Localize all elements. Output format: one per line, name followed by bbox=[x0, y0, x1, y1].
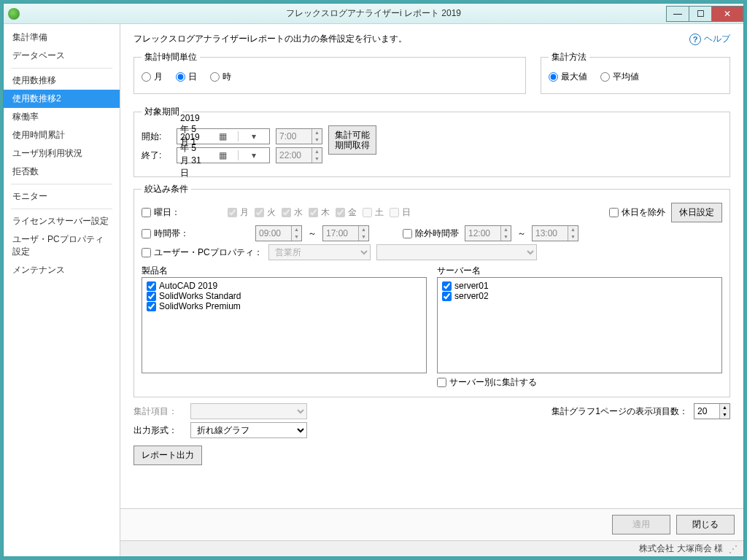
userprop-enable[interactable]: ユーザー・PCプロパティ： bbox=[142, 246, 263, 259]
unit-group: 集計時間単位 月 日 時 bbox=[133, 51, 526, 94]
help-link[interactable]: ? ヘルプ bbox=[689, 33, 730, 45]
close-dialog-button[interactable]: 閉じる bbox=[676, 515, 735, 534]
product-label: 製品名 bbox=[142, 265, 427, 277]
fetch-period-button[interactable]: 集計可能 期間取得 bbox=[328, 125, 376, 155]
list-item[interactable]: server01 bbox=[442, 281, 717, 291]
sidebar-item[interactable]: ライセンスサーバー設定 bbox=[4, 212, 120, 230]
filter-legend: 絞込み条件 bbox=[142, 183, 191, 195]
method-legend: 集計方法 bbox=[549, 51, 589, 63]
product-list[interactable]: AutoCAD 2019 SolidWorks Standard SolidWo… bbox=[142, 277, 427, 373]
ex-time-to[interactable]: 13:00▲▼ bbox=[532, 225, 578, 241]
status-bar: 株式会社 大塚商会 様 ⋰ bbox=[120, 540, 743, 556]
wd-thu[interactable]: 木 bbox=[309, 206, 330, 219]
method-avg[interactable]: 平均値 bbox=[600, 71, 639, 83]
titlebar: フレックスログアナライザーi レポート 2019 — ☐ ✕ bbox=[4, 4, 743, 24]
timeband-enable[interactable]: 時間帯： bbox=[142, 228, 222, 240]
period-legend: 対象期間 bbox=[142, 106, 182, 118]
list-item[interactable]: SolidWorks Standard bbox=[147, 291, 422, 301]
sidebar: 集計準備 データベース 使用数推移 使用数推移2 稼働率 使用時間累計 ユーザ別… bbox=[4, 24, 120, 556]
sidebar-item[interactable]: ユーザ・PCプロパティ設定 bbox=[4, 230, 120, 261]
userprop-value-select[interactable] bbox=[376, 244, 537, 260]
ex-time-from[interactable]: 12:00▲▼ bbox=[465, 225, 511, 241]
output-fmt-select[interactable]: 折れ線グラフ bbox=[190, 422, 307, 438]
filter-group: 絞込み条件 曜日： 月 火 水 木 金 土 日 休日を除外 休日設定 bbox=[133, 183, 730, 397]
wd-wed[interactable]: 水 bbox=[282, 206, 303, 219]
main: フレックスログアナライザーiレポートの出力の条件設定を行います。 ? ヘルプ 集… bbox=[120, 24, 743, 556]
server-list[interactable]: server01 server02 bbox=[437, 277, 722, 373]
end-label: 終了: bbox=[142, 149, 171, 162]
method-group: 集計方法 最大値 平均値 bbox=[541, 51, 730, 94]
unit-hour[interactable]: 時 bbox=[210, 71, 231, 83]
content: 集計準備 データベース 使用数推移 使用数推移2 稼働率 使用時間累計 ユーザ別… bbox=[4, 24, 743, 556]
apply-button[interactable]: 適用 bbox=[612, 515, 670, 534]
chevron-down-icon: ▾ bbox=[238, 150, 269, 160]
sidebar-item[interactable]: 集計準備 bbox=[4, 28, 120, 47]
sidebar-item[interactable]: 稼働率 bbox=[4, 108, 120, 126]
help-icon: ? bbox=[689, 34, 701, 45]
footer: 適用 閉じる bbox=[120, 508, 743, 540]
unit-month[interactable]: 月 bbox=[142, 71, 163, 83]
sidebar-item[interactable]: モニター bbox=[4, 187, 120, 206]
holiday-settings-button[interactable]: 休日設定 bbox=[671, 203, 722, 222]
start-time[interactable]: 7:00▲▼ bbox=[276, 128, 322, 144]
window-title: フレックスログアナライザーi レポート 2019 bbox=[4, 7, 743, 20]
intro-text: フレックスログアナライザーiレポートの出力の条件設定を行います。 bbox=[133, 33, 407, 45]
list-item[interactable]: SolidWorks Premium bbox=[147, 301, 422, 311]
status-text: 株式会社 大塚商会 様 bbox=[639, 542, 723, 555]
sidebar-item[interactable]: 拒否数 bbox=[4, 163, 120, 181]
chevron-down-icon: ▾ bbox=[238, 131, 269, 141]
method-max[interactable]: 最大値 bbox=[549, 71, 587, 83]
agg-item-label: 集計項目： bbox=[133, 405, 185, 418]
weekday-enable[interactable]: 曜日： bbox=[142, 206, 222, 219]
per-server-check[interactable]: サーバー別に集計する bbox=[437, 376, 537, 389]
exclude-time-enable[interactable]: 除外時間帯 bbox=[403, 228, 459, 240]
list-item[interactable]: AutoCAD 2019 bbox=[147, 281, 422, 291]
unit-legend: 集計時間単位 bbox=[142, 51, 200, 63]
end-time[interactable]: 22:00▲▼ bbox=[276, 147, 322, 163]
time-from[interactable]: 09:00▲▼ bbox=[255, 225, 302, 241]
period-group: 対象期間 開始: 2019年 5月 1日▦▾ 7:00▲▼ 終了: 2019年 … bbox=[133, 106, 730, 177]
wd-sun[interactable]: 日 bbox=[390, 206, 411, 219]
app-window: フレックスログアナライザーi レポート 2019 — ☐ ✕ 集計準備 データベ… bbox=[3, 3, 744, 557]
time-to[interactable]: 17:00▲▼ bbox=[322, 225, 369, 241]
resize-grip-icon[interactable]: ⋰ bbox=[729, 544, 736, 554]
report-output-button[interactable]: レポート出力 bbox=[133, 446, 202, 465]
wd-sat[interactable]: 土 bbox=[363, 206, 384, 219]
userprop-select[interactable]: 営業所 bbox=[268, 244, 371, 260]
wd-mon[interactable]: 月 bbox=[228, 206, 249, 219]
sidebar-item[interactable]: ユーザ別利用状況 bbox=[4, 144, 120, 163]
sidebar-item-selected[interactable]: 使用数推移2 bbox=[4, 90, 120, 108]
sidebar-item[interactable]: メンテナンス bbox=[4, 261, 120, 279]
output-fmt-label: 出力形式： bbox=[133, 424, 185, 437]
exclude-holiday[interactable]: 休日を除外 bbox=[609, 206, 665, 219]
wd-fri[interactable]: 金 bbox=[336, 206, 357, 219]
agg-item-select[interactable] bbox=[190, 403, 307, 419]
end-date[interactable]: 2019年 5月 31日▦▾ bbox=[177, 147, 270, 163]
calendar-icon: ▦ bbox=[208, 150, 239, 160]
unit-day[interactable]: 日 bbox=[176, 71, 197, 83]
calendar-icon: ▦ bbox=[208, 131, 239, 141]
start-label: 開始: bbox=[142, 131, 171, 143]
server-label: サーバー名 bbox=[437, 265, 722, 277]
sidebar-item[interactable]: 使用時間累計 bbox=[4, 126, 120, 144]
wd-tue[interactable]: 火 bbox=[255, 206, 276, 219]
items-per-page-label: 集計グラフ1ページの表示項目数： bbox=[551, 405, 688, 418]
sidebar-item[interactable]: データベース bbox=[4, 47, 120, 65]
items-per-page[interactable]: 20▲▼ bbox=[694, 403, 730, 419]
sidebar-item[interactable]: 使用数推移 bbox=[4, 71, 120, 90]
list-item[interactable]: server02 bbox=[442, 291, 717, 301]
